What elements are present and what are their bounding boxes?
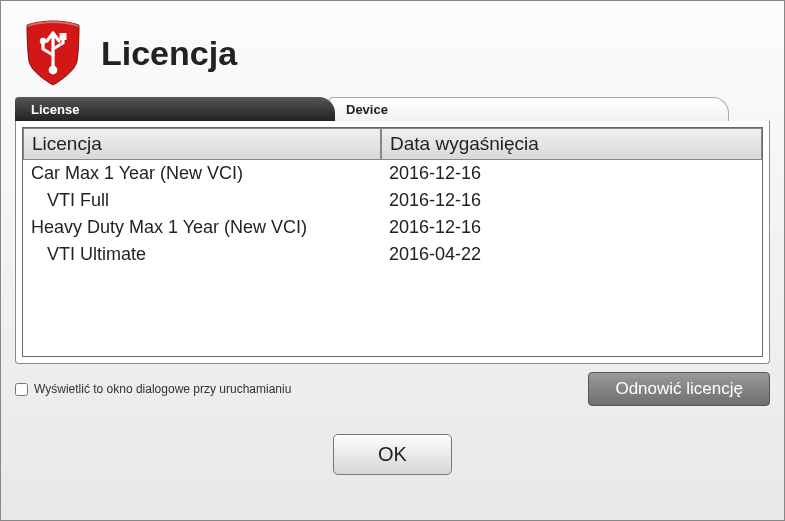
col-expiry[interactable]: Data wygaśnięcia	[381, 128, 762, 160]
footer-row: Wyświetlić to okno dialogowe przy urucha…	[15, 372, 770, 406]
table-body: Car Max 1 Year (New VCI)2016-12-16VTI Fu…	[23, 160, 762, 268]
cell-expiry: 2016-12-16	[381, 214, 762, 241]
cell-license: Heavy Duty Max 1 Year (New VCI)	[23, 214, 381, 241]
table-row[interactable]: VTI Full2016-12-16	[23, 187, 762, 214]
ok-label: OK	[378, 443, 407, 465]
ok-button[interactable]: OK	[333, 434, 452, 475]
license-dialog: Licencja License Device Licencja Data wy…	[0, 0, 785, 521]
ok-row: OK	[1, 434, 784, 475]
table-row[interactable]: VTI Ultimate2016-04-22	[23, 241, 762, 268]
show-on-startup-checkbox[interactable]: Wyświetlić to okno dialogowe przy urucha…	[15, 382, 291, 396]
license-table: Licencja Data wygaśnięcia Car Max 1 Year…	[22, 127, 763, 357]
tab-license-label: License	[31, 102, 79, 117]
table-row[interactable]: Car Max 1 Year (New VCI)2016-12-16	[23, 160, 762, 187]
tab-strip: License Device	[15, 97, 770, 121]
cell-expiry: 2016-12-16	[381, 160, 762, 187]
cell-license: VTI Ultimate	[23, 241, 381, 268]
cell-license: Car Max 1 Year (New VCI)	[23, 160, 381, 187]
svg-point-3	[49, 66, 58, 75]
svg-point-1	[40, 38, 46, 44]
dialog-title: Licencja	[101, 34, 237, 73]
table-header: Licencja Data wygaśnięcia	[23, 128, 762, 160]
license-panel: Licencja Data wygaśnięcia Car Max 1 Year…	[15, 121, 770, 364]
cell-expiry: 2016-12-16	[381, 187, 762, 214]
tab-device-label: Device	[346, 102, 388, 117]
cell-license: VTI Full	[23, 187, 381, 214]
usb-shield-icon	[23, 19, 83, 87]
cell-expiry: 2016-04-22	[381, 241, 762, 268]
col-license[interactable]: Licencja	[23, 128, 381, 160]
tab-license[interactable]: License	[15, 97, 335, 121]
table-row[interactable]: Heavy Duty Max 1 Year (New VCI)2016-12-1…	[23, 214, 762, 241]
show-on-startup-input[interactable]	[15, 383, 28, 396]
renew-license-label: Odnowić licencję	[615, 379, 743, 398]
tab-device[interactable]: Device	[329, 97, 729, 121]
svg-rect-2	[60, 33, 67, 40]
show-on-startup-label: Wyświetlić to okno dialogowe przy urucha…	[34, 382, 291, 396]
tab-container: License Device Licencja Data wygaśnięcia…	[15, 97, 770, 364]
dialog-header: Licencja	[1, 1, 784, 97]
renew-license-button[interactable]: Odnowić licencję	[588, 372, 770, 406]
